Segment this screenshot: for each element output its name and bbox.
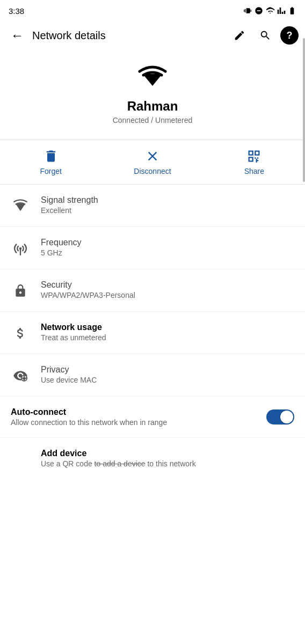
privacy-icon [11, 366, 30, 385]
svg-marker-1 [16, 203, 26, 211]
status-icons [244, 6, 296, 15]
network-usage-content: Network usage Treat as unmetered [41, 323, 294, 342]
security-content: Security WPA/WPA2/WPA3-Personal [41, 280, 294, 299]
battery-icon [288, 6, 296, 15]
app-bar: ← Network details ? [0, 19, 305, 52]
signal-value: Excellent [41, 206, 294, 215]
search-button[interactable] [255, 25, 276, 46]
help-button[interactable]: ? [280, 26, 299, 45]
add-device-row: Add device Use a QR code to add a device… [0, 438, 305, 479]
add-device-desc-part1: Use a QR code [41, 459, 95, 468]
app-bar-actions: ? [229, 25, 299, 46]
status-time: 3:38 [9, 6, 24, 16]
svg-marker-0 [143, 74, 162, 86]
wifi-full-icon [265, 6, 275, 15]
disconnect-icon [145, 149, 160, 164]
disconnect-action[interactable]: Disconnect [131, 149, 174, 175]
network-usage-row[interactable]: Network usage Treat as unmetered [0, 312, 305, 354]
privacy-label: Privacy [41, 365, 294, 375]
signal-row: Signal strength Excellent [0, 185, 305, 227]
privacy-content: Privacy Use device MAC [41, 365, 294, 384]
security-icon [11, 281, 30, 301]
security-label: Security [41, 280, 294, 290]
signal-label: Signal strength [41, 195, 294, 205]
status-bar: 3:38 [0, 0, 305, 19]
signal-content: Signal strength Excellent [41, 195, 294, 215]
auto-connect-toggle[interactable] [266, 409, 294, 425]
forget-icon [43, 149, 59, 164]
add-device-label: Add device [41, 449, 294, 458]
vibrate-icon [244, 6, 252, 15]
back-button[interactable]: ← [6, 24, 28, 47]
network-header: Rahman Connected / Unmetered [0, 52, 305, 140]
action-row: Forget Disconnect Share [0, 140, 305, 185]
add-device-desc-part2: to this network [146, 459, 196, 468]
page-title: Network details [32, 30, 229, 42]
disconnect-label: Disconnect [134, 167, 171, 175]
security-row: Security WPA/WPA2/WPA3-Personal [0, 269, 305, 312]
network-status: Connected / Unmetered [113, 116, 193, 125]
frequency-value: 5 GHz [41, 248, 294, 257]
privacy-value: Use device MAC [41, 376, 294, 384]
network-usage-icon [11, 324, 30, 343]
auto-connect-row: Auto-connect Allow connection to this ne… [0, 397, 305, 438]
detail-list: Signal strength Excellent Frequency 5 GH… [0, 185, 305, 479]
auto-connect-label: Auto-connect [11, 407, 256, 417]
frequency-content: Frequency 5 GHz [41, 238, 294, 257]
frequency-icon [11, 239, 30, 258]
share-action[interactable]: Share [233, 149, 275, 175]
network-name: Rahman [127, 99, 178, 114]
signal-bars-icon [277, 6, 286, 15]
forget-label: Forget [40, 167, 61, 175]
edit-button[interactable] [229, 25, 250, 46]
share-label: Share [244, 167, 264, 175]
forget-action[interactable]: Forget [30, 149, 72, 175]
auto-connect-description: Allow connection to this network when in… [11, 418, 256, 427]
frequency-label: Frequency [41, 238, 294, 247]
add-device-content: Add device Use a QR code to add a device… [41, 449, 294, 468]
privacy-row[interactable]: Privacy Use device MAC [0, 354, 305, 397]
signal-icon [11, 196, 30, 216]
network-usage-label: Network usage [41, 323, 294, 332]
scrollbar-thumb[interactable] [303, 38, 305, 182]
add-device-description: Use a QR code to add a device to this ne… [41, 459, 294, 468]
wifi-icon-large [135, 64, 170, 90]
auto-connect-content: Auto-connect Allow connection to this ne… [11, 407, 256, 427]
scrollbar [303, 0, 305, 479]
share-qr-icon [246, 149, 262, 164]
security-value: WPA/WPA2/WPA3-Personal [41, 291, 294, 299]
network-usage-value: Treat as unmetered [41, 333, 294, 342]
frequency-row: Frequency 5 GHz [0, 227, 305, 269]
minus-circle-icon [255, 6, 263, 15]
add-device-desc-strike: to add a device [95, 459, 146, 468]
